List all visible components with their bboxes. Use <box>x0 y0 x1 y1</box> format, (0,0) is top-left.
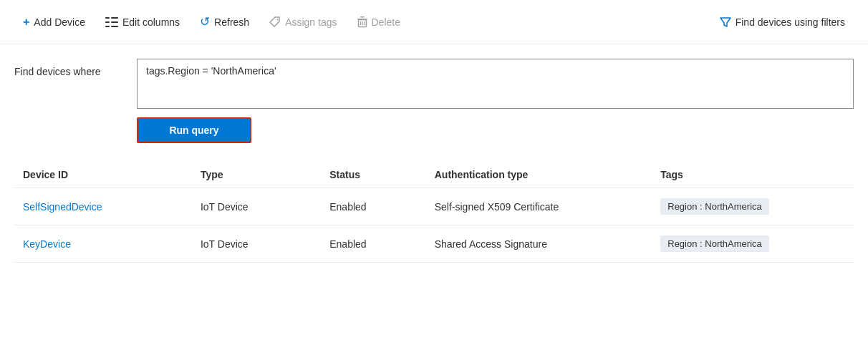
table-header: Device ID Type Status Authentication typ… <box>14 162 854 188</box>
find-devices-label: Find devices using filters <box>736 16 845 28</box>
device-id-link[interactable]: KeyDevice <box>23 238 71 250</box>
query-section: Find devices where tags.Region = 'NorthA… <box>0 44 868 155</box>
table-section: Device ID Type Status Authentication typ… <box>0 155 868 277</box>
add-device-label: Add Device <box>34 16 85 28</box>
device-auth-type: Shared Access Signature <box>426 225 652 263</box>
edit-columns-label: Edit columns <box>122 16 180 28</box>
refresh-button[interactable]: ↺ Refresh <box>191 10 258 34</box>
run-query-label: Run query <box>169 125 218 136</box>
edit-columns-icon <box>105 17 118 27</box>
toolbar-left: + Add Device Edit columns ↺ Refresh <box>14 10 708 34</box>
svg-rect-0 <box>105 17 110 19</box>
toolbar-right: Find devices using filters <box>711 12 854 32</box>
assign-tags-icon <box>269 16 281 28</box>
table-row: KeyDeviceIoT DeviceEnabledShared Access … <box>14 225 854 263</box>
add-device-button[interactable]: + Add Device <box>14 11 94 33</box>
device-tags: Region : NorthAmerica <box>652 188 854 225</box>
svg-point-6 <box>277 19 279 20</box>
assign-tags-label: Assign tags <box>285 16 337 28</box>
delete-label: Delete <box>372 16 400 28</box>
refresh-label: Refresh <box>214 16 249 28</box>
svg-rect-8 <box>360 16 365 18</box>
toolbar: + Add Device Edit columns ↺ Refresh <box>0 0 868 44</box>
tag-badge: Region : NorthAmerica <box>660 235 769 252</box>
assign-tags-button[interactable]: Assign tags <box>261 12 345 32</box>
device-status: Enabled <box>321 225 426 263</box>
refresh-icon: ↺ <box>200 14 210 29</box>
devices-table: Device ID Type Status Authentication typ… <box>14 162 854 263</box>
add-icon: + <box>23 16 29 29</box>
device-status: Enabled <box>321 188 426 225</box>
device-auth-type: Self-signed X509 Certificate <box>426 188 652 225</box>
tag-badge: Region : NorthAmerica <box>660 198 769 215</box>
filter-icon <box>720 16 731 28</box>
table-body: SelfSignedDeviceIoT DeviceEnabledSelf-si… <box>14 188 854 263</box>
svg-rect-1 <box>111 17 118 19</box>
delete-icon <box>357 16 367 28</box>
device-tags: Region : NorthAmerica <box>652 225 854 263</box>
col-header-status: Status <box>321 162 426 188</box>
delete-button[interactable]: Delete <box>349 12 409 32</box>
table-row: SelfSignedDeviceIoT DeviceEnabledSelf-si… <box>14 188 854 225</box>
find-where-label: Find devices where <box>14 59 125 77</box>
device-id-link[interactable]: SelfSignedDevice <box>23 201 102 213</box>
svg-rect-3 <box>111 21 118 23</box>
find-devices-button[interactable]: Find devices using filters <box>711 12 854 32</box>
svg-rect-4 <box>105 26 110 27</box>
query-right: tags.Region = 'NorthAmerica' Run query <box>137 59 854 143</box>
col-header-device-id: Device ID <box>14 162 192 188</box>
svg-rect-2 <box>105 21 110 23</box>
col-header-type: Type <box>192 162 321 188</box>
col-header-tags: Tags <box>652 162 854 188</box>
edit-columns-button[interactable]: Edit columns <box>97 12 188 32</box>
col-header-auth-type: Authentication type <box>426 162 652 188</box>
query-input[interactable]: tags.Region = 'NorthAmerica' <box>137 59 854 109</box>
device-type: IoT Device <box>192 225 321 263</box>
run-query-button[interactable]: Run query <box>137 117 251 143</box>
device-type: IoT Device <box>192 188 321 225</box>
svg-rect-5 <box>111 26 118 27</box>
